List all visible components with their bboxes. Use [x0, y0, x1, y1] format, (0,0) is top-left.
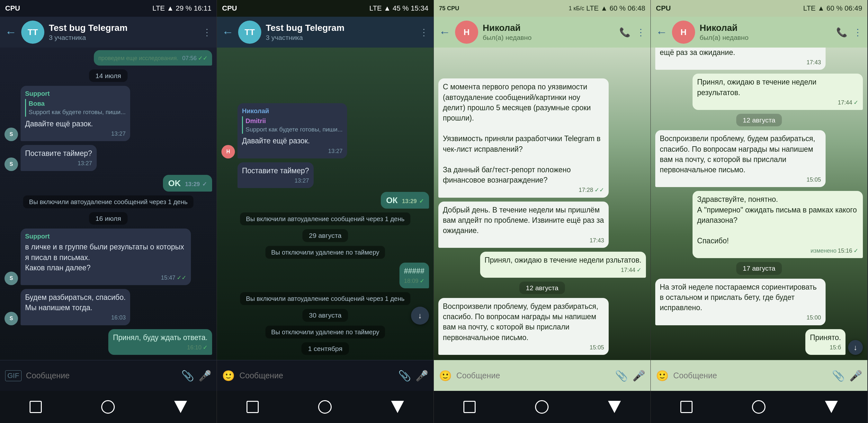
- input-bar-1: GIF 📎 🎤: [0, 360, 217, 391]
- mic-icon-4[interactable]: 🎤: [849, 370, 862, 382]
- nav-home-btn[interactable]: [318, 400, 332, 414]
- avatar-support: S: [4, 128, 18, 141]
- msg-row: OK 13:29 ✓: [4, 175, 212, 191]
- chat-subtitle-2: 3 участника: [266, 34, 415, 41]
- message-bubble: Support в личке и в группе были результа…: [21, 229, 191, 285]
- msg-time: 17:28 ✓✓: [443, 186, 604, 194]
- msg-row: пришлём вам апдейт по проблеме. Извините…: [655, 48, 863, 70]
- chat-area-1: проведем еще исследования. 07:56 ✓✓ 14 и…: [0, 48, 217, 360]
- more-icon-1[interactable]: ⋮: [203, 27, 212, 38]
- message-bubble: Поставите таймер? 13:27: [21, 145, 97, 171]
- ok-bubble: OK 13:29 ✓: [163, 175, 212, 191]
- attach-icon-4[interactable]: 📎: [832, 370, 845, 382]
- msg-row: S Support Bова Support как будете готовы…: [4, 86, 212, 141]
- message-input-4[interactable]: [673, 371, 828, 380]
- phone-screen-3: 75 CPU 1 кБ/с LTE ▲ 60 % 06:48 ← Н Никол…: [434, 0, 651, 423]
- cpu-label-2: CPU: [222, 4, 237, 12]
- more-icon-2[interactable]: ⋮: [420, 27, 428, 38]
- nav-back-btn[interactable]: [608, 401, 621, 413]
- scroll-down-button[interactable]: ↓: [848, 340, 863, 355]
- msg-time: 17:43: [660, 59, 821, 66]
- chat-title-2: Test bug Telegram: [266, 23, 415, 33]
- more-icon-4[interactable]: ⋮: [853, 27, 862, 38]
- more-icon-3[interactable]: ⋮: [636, 27, 645, 38]
- mic-icon-1[interactable]: 🎤: [198, 370, 212, 382]
- chat-header-3: ← Н Николай был(а) недавно 📞 ⋮: [434, 17, 650, 48]
- nav-bar-2: [217, 391, 434, 423]
- nav-square-btn[interactable]: [680, 401, 692, 413]
- input-bar-4: 🙂 📎 🎤: [651, 360, 867, 391]
- msg-text: в личке и в группе были результаты о кот…: [25, 242, 186, 273]
- msg-time: 15:б: [810, 343, 841, 352]
- nav-home-btn[interactable]: [752, 400, 766, 414]
- msg-row: Воспроизвели проблему, будем разбираться…: [655, 130, 863, 187]
- nav-back-btn[interactable]: [825, 401, 838, 413]
- msg-time: 17:44 ✓: [485, 266, 642, 274]
- time-1: 16:11: [194, 4, 212, 12]
- back-button-2[interactable]: ←: [222, 25, 234, 39]
- message-bubble: Support Bова Support как будете готовы, …: [21, 86, 130, 141]
- nav-back-btn[interactable]: [174, 401, 187, 413]
- gif-label[interactable]: GIF: [5, 370, 22, 381]
- attach-icon-1[interactable]: 📎: [181, 370, 194, 382]
- date-bubble: 29 августа: [302, 229, 348, 242]
- sender-label: Николай: [242, 107, 343, 115]
- avatar-1: TT: [21, 21, 44, 44]
- sticker-icon-4[interactable]: 🙂: [656, 370, 669, 382]
- date-bubble: 12 августа: [736, 114, 782, 126]
- nav-square-btn[interactable]: [30, 401, 42, 413]
- nav-back-btn[interactable]: [391, 401, 404, 413]
- msg-text: Давайте ещё разок.: [242, 135, 343, 146]
- chat-title-3: Николай: [483, 23, 615, 33]
- message-input-3[interactable]: [456, 371, 611, 380]
- signal-type-1: LTE: [152, 4, 165, 12]
- nav-square-btn[interactable]: [463, 401, 476, 413]
- avatar-n: Н: [221, 145, 235, 158]
- back-button-3[interactable]: ←: [439, 25, 451, 39]
- call-icon-3[interactable]: 📞: [619, 27, 630, 38]
- date-row: 17 августа: [655, 262, 863, 274]
- msg-text: Принял, ожидаю в течение недели результа…: [697, 77, 858, 97]
- date-row: 12 августа: [655, 114, 863, 126]
- msg-text: Будем разбираться, спасибо.Мы напишем то…: [25, 292, 126, 313]
- msg-time: проведем еще исследования. 07:56 ✓✓: [98, 54, 208, 62]
- message-input-2[interactable]: [240, 371, 394, 380]
- system-bubble: Вы включили автоудаление сообщений через…: [23, 195, 193, 208]
- date-row: 12 августа: [438, 281, 646, 294]
- cpu-label-1: CPU: [5, 4, 20, 12]
- attach-icon-3[interactable]: 📎: [615, 370, 628, 382]
- attach-icon-2[interactable]: 📎: [398, 370, 411, 382]
- msg-row: Принял, ожидаю в течение недели рзльтато…: [438, 252, 646, 277]
- sticker-icon-3[interactable]: 🙂: [439, 370, 452, 382]
- phone-screen-2: CPU LTE ▲ 45 % 15:34 ← TT Test bug Teleg…: [217, 0, 434, 423]
- message-input-1[interactable]: [26, 371, 177, 380]
- chat-subtitle-1: 3 участника: [49, 34, 198, 41]
- status-bar-2: CPU LTE ▲ 45 % 15:34: [217, 0, 434, 17]
- nav-home-btn[interactable]: [535, 400, 549, 414]
- message-bubble: На этой неделе постараемся сориентироват…: [655, 279, 826, 325]
- call-icon-4[interactable]: 📞: [836, 27, 847, 38]
- message-bubble: Здравствуйте, понятно.А "примерно" ожида…: [692, 191, 863, 258]
- scroll-down-button[interactable]: ↓: [411, 307, 429, 325]
- system-row: Вы включили автоудаление сообщений через…: [4, 195, 212, 208]
- back-button-4[interactable]: ←: [656, 25, 668, 39]
- avatar-3: Н: [455, 21, 478, 44]
- nav-home-btn[interactable]: [101, 400, 115, 414]
- msg-row: Здравствуйте, понятно.А "примерно" ожида…: [655, 191, 863, 258]
- msg-time: 13:27: [242, 147, 343, 155]
- msg-time: 16:03: [25, 314, 126, 322]
- mic-icon-3[interactable]: 🎤: [632, 370, 645, 382]
- phone-screen-1: CPU LTE ▲ 29 % 16:11 ← TT Test bug Teleg…: [0, 0, 217, 423]
- message-bubble: Принято. 15:б: [805, 329, 845, 355]
- system-row: Вы отключили удаление по таймеру: [221, 326, 429, 338]
- nav-square-btn[interactable]: [247, 401, 259, 413]
- date-bubble: 16 июля: [89, 212, 128, 225]
- message-bubble: ##### 18:09 ✓: [399, 263, 429, 288]
- quoted-message: Dmitrii Support как будете готовы, пиши.…: [242, 116, 343, 134]
- date-bubble: 14 июля: [89, 69, 128, 82]
- back-button-1[interactable]: ←: [5, 25, 17, 39]
- chat-title-1: Test bug Telegram: [49, 23, 198, 33]
- chat-area-4: пришлём вам апдейт по проблеме. Извините…: [651, 48, 867, 360]
- mic-icon-2[interactable]: 🎤: [415, 370, 428, 382]
- sticker-icon-2[interactable]: 🙂: [222, 370, 235, 382]
